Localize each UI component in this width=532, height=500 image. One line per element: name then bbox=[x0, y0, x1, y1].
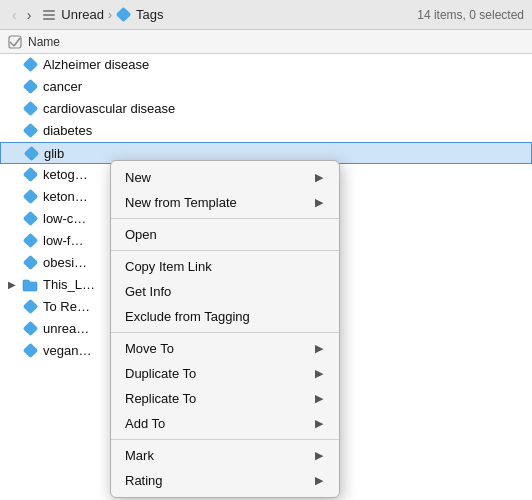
menu-item-move-to-label: Move To bbox=[125, 341, 315, 356]
menu-arrow-icon: ▶ bbox=[315, 342, 323, 355]
toolbar: ‹ › Unread › Tags 14 items, 0 selected bbox=[0, 0, 532, 30]
menu-item-mark[interactable]: Mark ▶ bbox=[111, 443, 339, 468]
file-name: glib bbox=[44, 146, 64, 161]
breadcrumb-item-unread[interactable]: Unread bbox=[41, 7, 104, 23]
menu-item-copy-item-link[interactable]: Copy Item Link bbox=[111, 254, 339, 279]
context-menu: New ▶ New from Template ▶ Open Copy Item… bbox=[110, 160, 340, 498]
menu-item-add-to-label: Add To bbox=[125, 416, 315, 431]
menu-item-move-to[interactable]: Move To ▶ bbox=[111, 336, 339, 361]
menu-arrow-icon: ▶ bbox=[315, 196, 323, 209]
file-name: unrea… bbox=[43, 321, 89, 336]
breadcrumb-tags-label: Tags bbox=[136, 7, 163, 22]
menu-item-duplicate-to[interactable]: Duplicate To ▶ bbox=[111, 361, 339, 386]
menu-item-replicate-to[interactable]: Replicate To ▶ bbox=[111, 386, 339, 411]
file-name: vegan… bbox=[43, 343, 91, 358]
menu-arrow-icon: ▶ bbox=[315, 367, 323, 380]
column-name-label: Name bbox=[28, 35, 60, 49]
file-name: cardiovascular disease bbox=[43, 101, 175, 116]
file-name: low-c… bbox=[43, 211, 86, 226]
forward-button[interactable]: › bbox=[23, 5, 36, 25]
file-icon bbox=[22, 299, 38, 315]
menu-item-rating-label: Rating bbox=[125, 473, 315, 488]
menu-item-duplicate-to-label: Duplicate To bbox=[125, 366, 315, 381]
file-name: obesi… bbox=[43, 255, 87, 270]
file-name: cancer bbox=[43, 79, 82, 94]
expand-arrow-icon: ▶ bbox=[8, 279, 22, 290]
svg-rect-0 bbox=[43, 10, 55, 12]
file-icon bbox=[22, 167, 38, 183]
back-button[interactable]: ‹ bbox=[8, 5, 21, 25]
menu-item-copy-item-link-label: Copy Item Link bbox=[125, 259, 323, 274]
menu-item-get-info[interactable]: Get Info bbox=[111, 279, 339, 304]
file-icon bbox=[22, 255, 38, 271]
file-name: Alzheimer disease bbox=[43, 57, 149, 72]
menu-item-mark-label: Mark bbox=[125, 448, 315, 463]
menu-separator bbox=[111, 250, 339, 251]
file-row[interactable]: cancer bbox=[0, 76, 532, 98]
breadcrumb: Unread › Tags bbox=[41, 7, 163, 23]
menu-item-open-label: Open bbox=[125, 227, 323, 242]
item-count: 14 items, 0 selected bbox=[417, 8, 524, 22]
file-name: To Re… bbox=[43, 299, 90, 314]
file-icon bbox=[23, 145, 39, 161]
file-name: ketog… bbox=[43, 167, 88, 182]
menu-item-new-from-template[interactable]: New from Template ▶ bbox=[111, 190, 339, 215]
file-row[interactable]: diabetes bbox=[0, 120, 532, 142]
svg-line-4 bbox=[10, 42, 14, 46]
file-icon bbox=[22, 79, 38, 95]
menu-separator bbox=[111, 439, 339, 440]
menu-item-rating[interactable]: Rating ▶ bbox=[111, 468, 339, 493]
file-list: Name Alzheimer disease cancer cardiovasc… bbox=[0, 30, 532, 500]
menu-arrow-icon: ▶ bbox=[315, 417, 323, 430]
breadcrumb-item-tags[interactable]: Tags bbox=[116, 7, 163, 23]
nav-buttons: ‹ › bbox=[8, 5, 35, 25]
menu-arrow-icon: ▶ bbox=[315, 474, 323, 487]
file-icon bbox=[22, 343, 38, 359]
breadcrumb-separator-1: › bbox=[108, 8, 112, 22]
file-icon bbox=[22, 123, 38, 139]
file-icon bbox=[22, 57, 38, 73]
svg-rect-1 bbox=[43, 14, 55, 16]
menu-item-exclude-from-tagging-label: Exclude from Tagging bbox=[125, 309, 323, 324]
file-icon bbox=[22, 321, 38, 337]
menu-item-new-from-template-label: New from Template bbox=[125, 195, 315, 210]
menu-arrow-icon: ▶ bbox=[315, 392, 323, 405]
header-checkbox bbox=[8, 35, 28, 49]
file-icon bbox=[22, 101, 38, 117]
stack-icon bbox=[41, 7, 57, 23]
file-row[interactable]: cardiovascular disease bbox=[0, 98, 532, 120]
menu-separator bbox=[111, 332, 339, 333]
menu-item-new-label: New bbox=[125, 170, 315, 185]
file-icon bbox=[22, 211, 38, 227]
tag-icon bbox=[116, 7, 132, 23]
file-row[interactable]: Alzheimer disease bbox=[0, 54, 532, 76]
menu-item-add-to[interactable]: Add To ▶ bbox=[111, 411, 339, 436]
menu-arrow-icon: ▶ bbox=[315, 171, 323, 184]
menu-item-replicate-to-label: Replicate To bbox=[125, 391, 315, 406]
file-name: keton… bbox=[43, 189, 88, 204]
file-name: diabetes bbox=[43, 123, 92, 138]
menu-item-exclude-from-tagging[interactable]: Exclude from Tagging bbox=[111, 304, 339, 329]
menu-item-open[interactable]: Open bbox=[111, 222, 339, 247]
menu-separator bbox=[111, 218, 339, 219]
menu-item-new[interactable]: New ▶ bbox=[111, 165, 339, 190]
file-name: low-f… bbox=[43, 233, 83, 248]
menu-arrow-icon: ▶ bbox=[315, 449, 323, 462]
folder-icon bbox=[22, 277, 38, 293]
file-name: This_L… bbox=[43, 277, 95, 292]
svg-rect-2 bbox=[43, 18, 55, 20]
menu-item-get-info-label: Get Info bbox=[125, 284, 323, 299]
svg-line-5 bbox=[14, 38, 20, 46]
file-icon bbox=[22, 189, 38, 205]
file-icon bbox=[22, 233, 38, 249]
breadcrumb-unread-label: Unread bbox=[61, 7, 104, 22]
column-header: Name bbox=[0, 30, 532, 54]
